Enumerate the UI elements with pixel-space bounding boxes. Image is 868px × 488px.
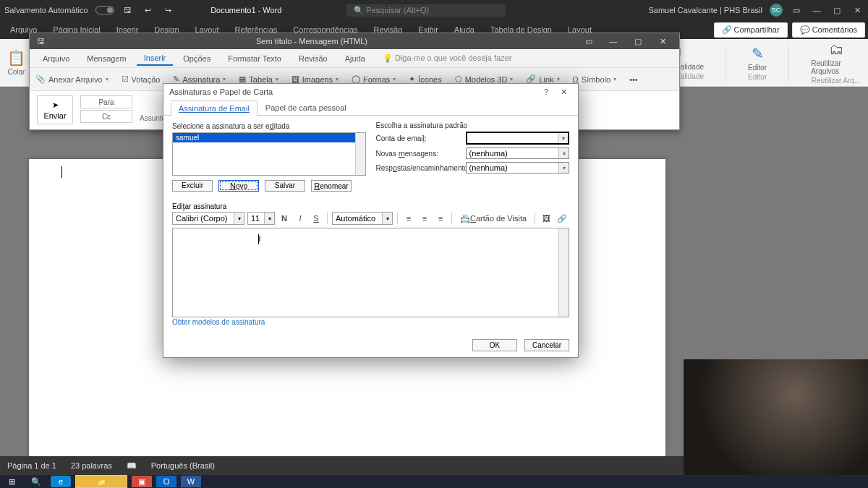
subject-label: Assunto <box>140 114 166 122</box>
new-button[interactable]: Novo <box>218 180 259 192</box>
send-button[interactable]: ➤Enviar <box>37 95 73 124</box>
align-right-icon[interactable]: ≡ <box>434 212 447 225</box>
tab-stationery[interactable]: Papel de carta pessoal <box>258 100 354 115</box>
reply-label: Respostas/encaminhamentos: <box>376 163 460 172</box>
underline-button[interactable]: S <box>310 212 323 225</box>
font-combo[interactable]: Calibri (Corpo)▾ <box>172 212 244 225</box>
autosave-toggle[interactable] <box>95 6 114 14</box>
autosave-label: Salvamento Automático <box>4 6 88 14</box>
templates-link[interactable]: Obter modelos de assinatura <box>172 318 265 326</box>
signature-list[interactable]: samuel <box>172 132 366 176</box>
align-left-icon[interactable]: ≡ <box>402 212 415 225</box>
to-button[interactable]: Para <box>80 95 132 108</box>
outlook-tabs: Arquivo Mensagem Inserir Opções Formatar… <box>30 49 679 68</box>
text-cursor <box>61 166 62 178</box>
undo-icon[interactable]: ↩ <box>142 6 155 15</box>
color-combo[interactable]: Automático▾ <box>332 212 393 225</box>
signature-item[interactable]: samuel <box>173 133 365 142</box>
attach-file[interactable]: 📎Anexar Arquivo▾ <box>35 74 109 84</box>
cancel-button[interactable]: Cancelar <box>524 339 569 351</box>
chevron-down-icon: ▾ <box>558 163 569 173</box>
scrollbar[interactable] <box>355 133 365 175</box>
picture-button[interactable]: 🖼 <box>540 212 553 225</box>
voting[interactable]: ☑Votação <box>122 74 161 84</box>
edge-icon[interactable]: e <box>51 476 71 487</box>
user-name[interactable]: Samuel Cavalcante | PHS Brasil <box>648 6 762 14</box>
rename-button[interactable]: Renomear <box>311 180 352 192</box>
outlook-icon[interactable]: O <box>156 476 176 487</box>
close-icon[interactable]: ✕ <box>555 87 572 97</box>
close-icon[interactable]: ✕ <box>851 6 864 15</box>
save-button[interactable]: Salvar <box>265 180 305 192</box>
ribbon-opts-icon[interactable]: ▭ <box>576 37 601 46</box>
account-label: Conta de email: <box>376 134 460 142</box>
share-button[interactable]: 🔗 Compartilhar <box>714 22 788 38</box>
maximize-icon[interactable]: ▢ <box>626 37 650 46</box>
pictures[interactable]: 🖼Imagens▾ <box>292 75 339 84</box>
signature-editor[interactable]: I <box>172 228 569 317</box>
save-icon[interactable]: 🖫 <box>34 37 47 46</box>
cc-button[interactable]: Cc <box>80 110 132 123</box>
new-msg-combo[interactable]: (nenhuma)▾ <box>466 147 570 159</box>
scrollbar[interactable] <box>558 228 569 317</box>
more-commands[interactable]: ••• <box>629 75 638 84</box>
minimize-icon[interactable]: — <box>601 37 626 46</box>
ok-button[interactable]: OK <box>472 339 517 351</box>
paste-group[interactable]: 📋Colar <box>7 49 25 76</box>
reuse-icon: 🗂 <box>829 41 843 58</box>
size-combo[interactable]: 11▾ <box>247 212 275 225</box>
search-icon[interactable]: 🔍 <box>26 476 46 487</box>
send-icon: ➤ <box>52 100 59 110</box>
account-combo[interactable]: ▾ <box>466 132 570 145</box>
ol-tab-formatar[interactable]: Formatar Texto <box>221 52 289 65</box>
search-box[interactable]: 🔍 Pesquisar (Alt+Q) <box>346 4 506 17</box>
vcard-button[interactable]: 📇 Cartão de Visita <box>456 212 530 225</box>
tab-email-signature[interactable]: Assinatura de Email <box>171 100 258 116</box>
avatar[interactable]: SC <box>770 4 783 17</box>
ol-tab-revisao[interactable]: Revisão <box>292 52 335 65</box>
comments-button[interactable]: 💬 Comentários <box>792 22 865 38</box>
help-icon[interactable]: ? <box>537 87 555 96</box>
ol-tab-mensagem[interactable]: Mensagem <box>80 52 133 65</box>
outlook-title: Sem título - Mensagem (HTML) <box>47 37 576 46</box>
language-status[interactable]: Português (Brasil) <box>151 461 215 470</box>
reply-combo[interactable]: (nenhuma)▾ <box>466 162 570 174</box>
italic-button[interactable]: I <box>294 212 307 225</box>
ol-tab-ajuda[interactable]: Ajuda <box>338 52 373 65</box>
word-titlebar: Salvamento Automático 🖫 ↩ ↪ Documento1 -… <box>0 0 868 20</box>
spell-icon[interactable]: 📖 <box>127 461 137 471</box>
dialog-titlebar[interactable]: Assinaturas e Papel de Carta ? ✕ <box>163 84 578 100</box>
ol-tab-arquivo[interactable]: Arquivo <box>35 52 77 65</box>
editor-group[interactable]: ✎EditorEditor <box>748 45 767 81</box>
default-signature-col: Escolha a assinatura padrão Conta de ema… <box>376 121 570 192</box>
word-count[interactable]: 23 palavras <box>71 461 112 470</box>
chevron-down-icon: ▾ <box>558 133 568 143</box>
close-icon[interactable]: ✕ <box>650 37 675 46</box>
save-icon[interactable]: 🖫 <box>122 6 135 14</box>
reuse-group[interactable]: 🗂Reutilizar ArquivosReutilizar Arq... <box>811 41 861 85</box>
default-label: Escolha a assinatura padrão <box>376 121 570 129</box>
word-icon[interactable]: W <box>181 476 201 487</box>
ol-tab-inserir[interactable]: Inserir <box>137 51 174 66</box>
redo-icon[interactable]: ↪ <box>162 6 175 15</box>
outlook-titlebar[interactable]: 🖫 Sem título - Mensagem (HTML) ▭ — ▢ ✕ <box>30 33 679 49</box>
tell-me[interactable]: 💡 Diga-me o que você deseja fazer <box>383 53 512 63</box>
explorer-icon[interactable]: 📁 <box>75 475 127 488</box>
bold-button[interactable]: N <box>278 212 291 225</box>
paperclip-icon: 📎 <box>35 74 46 84</box>
symbol[interactable]: ΩSímbolo▾ <box>573 75 617 84</box>
align-center-icon[interactable]: ≡ <box>418 212 431 225</box>
start-icon[interactable]: ⊞ <box>1 476 22 487</box>
page-status[interactable]: Página 1 de 1 <box>7 461 56 470</box>
maximize-icon[interactable]: ▢ <box>830 6 843 15</box>
ol-tab-opcoes[interactable]: Opções <box>176 52 218 65</box>
delete-button[interactable]: Excluir <box>172 180 213 192</box>
minimize-icon[interactable]: — <box>810 6 823 14</box>
ribbon-opts-icon[interactable]: ▭ <box>790 6 803 15</box>
app-red-icon[interactable]: ▣ <box>132 476 152 487</box>
webcam-overlay <box>684 359 868 475</box>
editor-icon: ✎ <box>752 45 764 62</box>
select-label: Selecione a assinatura a ser editada <box>172 121 366 130</box>
new-msg-label: Novas mensagens: <box>376 149 460 158</box>
hyperlink-button[interactable]: 🔗 <box>556 212 569 225</box>
